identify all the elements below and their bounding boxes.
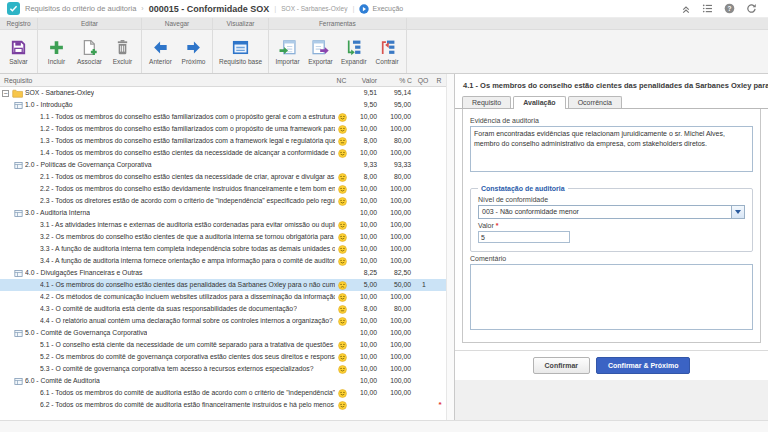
arrow-right-button[interactable]: Próximo — [178, 37, 209, 66]
export-icon — [312, 39, 329, 56]
tree-scrollbar[interactable] — [446, 74, 454, 420]
tab-requisito[interactable]: Requisito — [462, 96, 511, 108]
tree-row[interactable]: 5.3 - O comitê de governança corporativa… — [0, 363, 446, 375]
add-button[interactable]: Incluir — [41, 37, 72, 66]
collapse-node-icon[interactable]: − — [2, 90, 9, 97]
requirement-label: 3.2 - Os membros do conselho estão cient… — [40, 231, 335, 243]
tree-row[interactable]: 5.0 - Comitê de Governança Corporativa10… — [0, 327, 446, 339]
status-bar — [0, 420, 768, 432]
evidence-textarea[interactable]: Foram encontradas evidências que relacio… — [470, 126, 753, 172]
tree-row[interactable]: 1.0 - Introdução9,5095,00 — [0, 99, 446, 111]
collapse-panels-icon[interactable] — [681, 4, 691, 14]
tree-row[interactable]: 1.4 - Todos os membros do conselho estão… — [0, 147, 446, 159]
requirement-cell: 3.0 - Auditoria Interna — [0, 207, 335, 219]
requirement-cell: 4.3 - O comitê de auditoria está ciente … — [0, 303, 335, 315]
value-input[interactable] — [478, 231, 570, 243]
requirements-tree: Requisito NC Valor % C QO R −SOX - Sarba… — [0, 74, 446, 420]
tree-row[interactable]: 2.1 - Todos os membros do conselho estão… — [0, 171, 446, 183]
grid-icon — [14, 209, 23, 218]
tab-ocorrencia[interactable]: Ocorrência — [568, 96, 622, 108]
tree-row[interactable]: 2.0 - Políticas de Governança Corporativ… — [0, 159, 446, 171]
tree-row[interactable]: 3.4 - A função de auditoria interna forn… — [0, 255, 446, 267]
chevron-down-icon[interactable] — [731, 206, 744, 218]
tree-row[interactable]: 3.1 - As atividades internas e externas … — [0, 219, 446, 231]
conformity-smile-face-icon — [335, 293, 350, 302]
conformity-level-select[interactable]: 003 - Não conformidade menor — [478, 205, 745, 219]
confirm-next-button[interactable]: Confirmar & Próximo — [596, 357, 690, 374]
requirement-label: 3.0 - Auditoria Interna — [25, 207, 90, 219]
requirement-label: 5.1 - O conselho está ciente da necessid… — [40, 339, 335, 351]
tree-row[interactable]: 4.3 - O comitê de auditoria está ciente … — [0, 303, 446, 315]
panel-tabs: Requisito Avaliação Ocorrência — [455, 94, 768, 109]
pct-cell: 80,00 — [379, 135, 414, 147]
grid-icon — [14, 269, 23, 278]
tree-row[interactable]: 2.2 - Todos os membros do conselho estão… — [0, 183, 446, 195]
pct-cell: 100,00 — [379, 231, 414, 243]
collapse-button[interactable]: Contrair — [372, 37, 403, 66]
evidence-label: Evidência de auditoria — [470, 117, 753, 124]
tree-row[interactable]: 1.3 - Todos os membros do conselho estão… — [0, 135, 446, 147]
tree-row[interactable]: 6.1 - Todos os membros do comitê de audi… — [0, 387, 446, 399]
requirement-cell: 1.2 - Todos os membros do conselho estão… — [0, 123, 335, 135]
column-header-qo: QO — [414, 77, 434, 84]
tab-avaliacao[interactable]: Avaliação — [513, 96, 565, 109]
export-button[interactable]: Exportar — [305, 37, 336, 66]
requirement-cell: 5.3 - O comitê de governança corporativa… — [0, 363, 335, 375]
pct-cell: 100,00 — [379, 363, 414, 375]
refresh-icon[interactable] — [746, 3, 757, 14]
associate-button[interactable]: Associar — [74, 37, 105, 66]
comment-textarea[interactable] — [470, 264, 753, 330]
requirement-label: 1.1 - Todos os membros do conselho estão… — [40, 111, 335, 123]
requirements-tree-panel: Requisito NC Valor % C QO R −SOX - Sarba… — [0, 74, 455, 420]
expand-button[interactable]: Expandir — [338, 37, 370, 66]
tree-row[interactable]: 6.2 - Todos os membros do comitê de audi… — [0, 399, 446, 411]
save-button[interactable]: Salvar — [3, 37, 34, 66]
list-view-icon[interactable] — [702, 3, 713, 14]
requirement-cell: 5.0 - Comitê de Governança Corporativa — [0, 327, 335, 339]
window-button[interactable]: Requisito base — [216, 37, 265, 66]
audit-requirements-window: Requisitos do critério de auditoria › 00… — [0, 0, 768, 432]
pct-cell: 100,00 — [379, 351, 414, 363]
requirement-cell: 4.2 - Os métodos de comunicação incluem … — [0, 291, 335, 303]
tree-row[interactable]: 3.3 - A função de auditoria interna tem … — [0, 243, 446, 255]
tree-row[interactable]: 3.0 - Auditoria Interna10,00100,00 — [0, 207, 446, 219]
delete-button[interactable]: Excluir — [107, 37, 138, 66]
tree-row[interactable]: 1.2 - Todos os membros do conselho estão… — [0, 123, 446, 135]
arrow-left-button[interactable]: Anterior — [145, 37, 176, 66]
import-icon — [279, 39, 296, 56]
pct-cell: 100,00 — [379, 387, 414, 399]
checklist-icon — [7, 2, 20, 15]
pct-cell: 100,00 — [379, 339, 414, 351]
confirm-button[interactable]: Confirmar — [533, 357, 590, 374]
toolbar-group-ferramentas: FerramentasImportarExportarExpandirContr… — [269, 18, 407, 73]
requirement-label: 4.1 - Os membros do conselho estão cient… — [40, 279, 335, 291]
tree-row[interactable]: 5.1 - O conselho está ciente da necessid… — [0, 339, 446, 351]
tree-row[interactable]: 4.1 - Os membros do conselho estão cient… — [0, 279, 446, 291]
toolbar-button-label: Incluir — [48, 58, 65, 65]
import-button[interactable]: Importar — [272, 37, 303, 66]
tree-row[interactable]: 4.4 - O relatório anual contém uma decla… — [0, 315, 446, 327]
tree-row[interactable]: 4.2 - Os métodos de comunicação incluem … — [0, 291, 446, 303]
tree-row[interactable]: 6.0 - Comitê de Auditoria10,00100,00 — [0, 375, 446, 387]
tree-row[interactable]: 2.3 - Todos os diretores estão de acordo… — [0, 195, 446, 207]
tree-row[interactable]: −SOX - Sarbanes-Oxley9,5195,14 — [0, 87, 446, 99]
breadcrumb[interactable]: Requisitos do critério de auditoria — [25, 4, 136, 13]
tree-row[interactable]: 5.2 - Os membros do comitê de governança… — [0, 351, 446, 363]
requirement-cell: 1.1 - Todos os membros do conselho estão… — [0, 111, 335, 123]
tree-row[interactable]: 3.2 - Os membros do conselho estão cient… — [0, 231, 446, 243]
column-header-nc: NC — [335, 77, 350, 84]
requirement-label: 1.2 - Todos os membros do conselho estão… — [40, 123, 335, 135]
valor-cell: 10,00 — [350, 123, 379, 135]
valor-cell: 10,00 — [350, 327, 379, 339]
conformity-smile-face-icon — [335, 341, 350, 350]
tree-row[interactable]: 1.1 - Todos os membros do conselho estão… — [0, 111, 446, 123]
requirement-cell: 6.2 - Todos os membros do comitê de audi… — [0, 399, 335, 411]
pct-cell: 80,00 — [379, 303, 414, 315]
tree-row[interactable]: 4.0 - Divulgações Financeiras e Outras8,… — [0, 267, 446, 279]
conformity-smile-face-icon — [335, 353, 350, 362]
conformity-smile-face-icon — [335, 401, 350, 410]
requirement-label: 3.4 - A função de auditoria interna forn… — [40, 255, 335, 267]
requirement-label: 4.4 - O relatório anual contém uma decla… — [40, 315, 333, 327]
pct-cell: 100,00 — [379, 183, 414, 195]
help-icon[interactable]: ? — [724, 3, 735, 14]
